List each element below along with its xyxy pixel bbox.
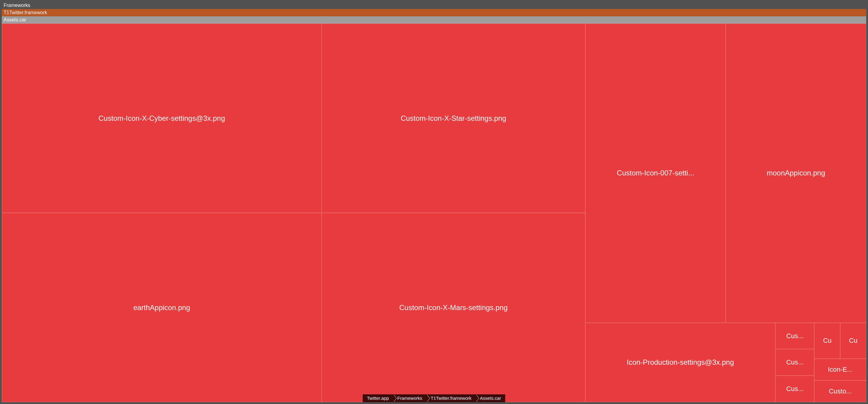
treemap-area: Custom-Icon-X-Cyber-settings@3x.png eart…	[2, 24, 866, 402]
treemap-cell[interactable]: Custom-Icon-X-Mars-settings.png	[322, 213, 585, 402]
header-t1twitter[interactable]: T1Twitter.framework	[2, 9, 866, 16]
treemap-cell[interactable]: Cus...	[775, 376, 814, 402]
treemap-cell[interactable]: Custom-Icon-X-Star-settings.png	[322, 24, 585, 213]
treemap-cell[interactable]: Icon-Production-settings@3x.png	[585, 323, 776, 402]
treemap-cell[interactable]: moonAppicon.png	[726, 24, 866, 323]
header-frameworks[interactable]: Frameworks	[2, 2, 866, 9]
breadcrumb: Twitter.app Frameworks T1Twitter.framewo…	[363, 394, 505, 402]
treemap-cell[interactable]: Cu	[840, 323, 866, 359]
treemap-cell[interactable]: Icon-E...	[814, 359, 866, 380]
treemap-window: Frameworks T1Twitter.framework Assets.ca…	[0, 0, 868, 404]
treemap-cell[interactable]: Cus...	[775, 349, 814, 376]
breadcrumb-item[interactable]: T1Twitter.framework	[424, 394, 476, 402]
treemap-cell[interactable]: Custo...	[814, 380, 866, 402]
treemap-cell[interactable]: Cus...	[775, 323, 814, 349]
breadcrumb-item[interactable]: Twitter.app	[363, 394, 393, 402]
header-assets-car[interactable]: Assets.car	[2, 16, 866, 24]
treemap-cell[interactable]: Cu	[814, 323, 840, 359]
treemap-cell[interactable]: earthAppicon.png	[2, 213, 322, 402]
treemap-cell[interactable]: Custom-Icon-X-Cyber-settings@3x.png	[2, 24, 322, 213]
treemap-cell[interactable]: Custom-Icon-007-setti...	[585, 24, 726, 323]
